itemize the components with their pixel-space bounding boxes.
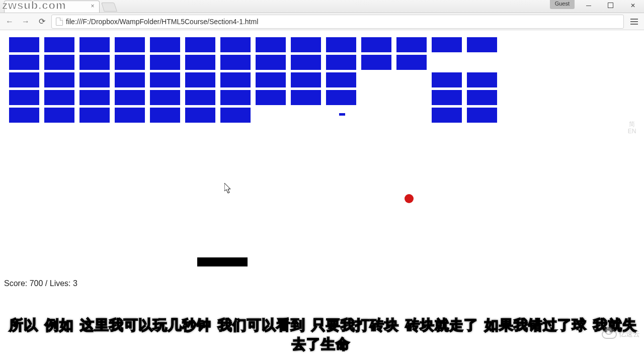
game-brick	[432, 90, 462, 105]
game-ball	[405, 194, 414, 203]
game-brick	[150, 37, 180, 52]
game-brick	[9, 37, 39, 52]
game-brick	[256, 90, 286, 105]
game-brick	[185, 108, 215, 123]
game-brick	[9, 72, 39, 87]
video-subtitle: 所以 例如 这里我可以玩几秒钟 我们可以看到 只要我打砖块 砖块就走了 如果我错…	[0, 316, 644, 354]
game-brick	[44, 37, 74, 52]
game-brick	[115, 55, 145, 70]
game-brick	[467, 90, 497, 105]
game-brick	[467, 72, 497, 87]
game-brick	[361, 55, 391, 70]
game-brick	[79, 55, 110, 70]
game-brick	[9, 55, 39, 70]
game-brick	[326, 37, 356, 52]
game-brick	[467, 37, 497, 52]
subtitle-segment: 只要我打砖块	[309, 317, 401, 333]
game-brick	[432, 108, 462, 123]
game-brick	[220, 55, 251, 70]
brick-fragment	[339, 113, 345, 116]
subtitle-segment: 这里我可以玩几秒钟	[78, 317, 213, 333]
game-brick	[185, 55, 215, 70]
game-brick	[220, 108, 251, 123]
game-canvas[interactable]	[4, 34, 499, 270]
game-brick	[432, 37, 462, 52]
game-paddle[interactable]	[197, 257, 248, 266]
game-brick	[79, 108, 110, 123]
game-brick	[9, 108, 39, 123]
subtitle-segment: 如果我错过了球	[482, 317, 589, 333]
game-brick	[396, 55, 427, 70]
game-brick	[326, 55, 356, 70]
score-label: Score:	[4, 279, 30, 288]
back-button[interactable]: ←	[3, 15, 16, 28]
watermark-lang: 简 EN	[625, 121, 639, 135]
game-brick	[256, 55, 286, 70]
game-brick	[291, 55, 321, 70]
new-tab-button[interactable]	[101, 3, 117, 12]
window-restore-button[interactable]	[600, 0, 622, 11]
game-brick	[220, 90, 251, 105]
game-brick	[185, 72, 215, 87]
game-brick	[44, 55, 74, 70]
game-brick	[115, 90, 145, 105]
game-brick	[44, 108, 74, 123]
window-minimize-button[interactable]	[578, 0, 600, 11]
game-brick	[220, 37, 251, 52]
browser-toolbar: ← → ⟳	[0, 13, 644, 30]
game-brick	[326, 90, 356, 105]
game-brick	[79, 37, 110, 52]
subtitle-segment: 所以	[7, 317, 40, 333]
hud-separator: /	[43, 279, 49, 288]
subtitle-segment: 我们可以看到	[216, 317, 307, 333]
game-brick	[256, 72, 286, 87]
game-brick	[9, 90, 39, 105]
hamburger-menu-button[interactable]	[627, 15, 641, 28]
subtitle-segment: 砖块就走了	[404, 317, 480, 333]
lives-label: Lives:	[50, 279, 73, 288]
game-brick	[432, 72, 462, 87]
file-icon	[56, 18, 63, 26]
window-close-button[interactable]: ✕	[622, 0, 644, 11]
game-brick	[79, 90, 110, 105]
game-brick	[115, 108, 145, 123]
game-brick	[256, 37, 286, 52]
game-brick	[291, 90, 321, 105]
address-input[interactable]	[66, 18, 619, 26]
watermark-top-left: zwsub.com	[2, 0, 66, 12]
game-brick	[326, 72, 356, 87]
close-icon[interactable]: ×	[89, 3, 96, 10]
game-brick	[150, 90, 180, 105]
address-bar[interactable]	[51, 15, 624, 29]
cloud-icon	[602, 330, 617, 339]
score-value: 700	[30, 279, 43, 288]
guest-badge[interactable]: Guest	[550, 0, 575, 9]
game-brick	[150, 108, 180, 123]
game-brick	[115, 72, 145, 87]
forward-button[interactable]: →	[19, 15, 32, 28]
watermark-bottom-right: 亿速云	[602, 330, 640, 339]
watermark-text: 亿速云	[619, 330, 640, 339]
game-brick	[291, 37, 321, 52]
browser-tabstrip: × Guest ✕	[0, 0, 644, 13]
game-brick	[44, 90, 74, 105]
game-brick	[467, 108, 497, 123]
page-viewport: Score: 700 / Lives: 3 所以 例如 这里我可以玩几秒钟 我们…	[0, 30, 644, 362]
lives-value: 3	[73, 279, 77, 288]
game-brick	[44, 72, 74, 87]
reload-button[interactable]: ⟳	[35, 15, 48, 28]
game-brick	[150, 55, 180, 70]
game-brick	[396, 37, 427, 52]
game-hud: Score: 700 / Lives: 3	[4, 279, 77, 288]
game-brick	[79, 72, 110, 87]
game-brick	[361, 37, 391, 52]
game-brick	[185, 90, 215, 105]
subtitle-segment: 例如	[43, 317, 76, 333]
game-brick	[220, 72, 251, 87]
game-brick	[150, 72, 180, 87]
game-brick	[115, 37, 145, 52]
game-brick	[291, 72, 321, 87]
game-brick	[185, 37, 215, 52]
